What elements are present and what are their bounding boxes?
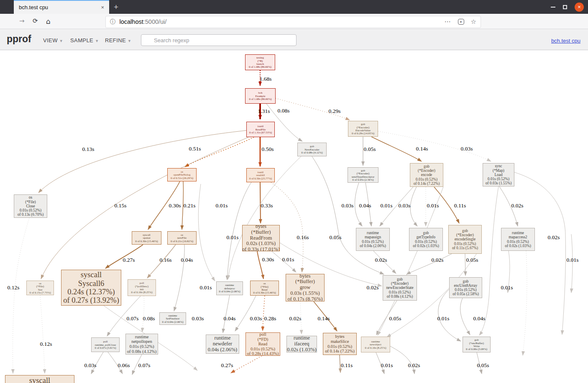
node-text-line: (*Map) — [493, 169, 504, 173]
node-text-line: gob — [423, 231, 429, 235]
node-text-line: of 0.14s (7.22%) — [414, 181, 440, 186]
node-os-file-close[interactable]: os(*File)Close0.01s (0.52%)of 0.13s (6.7… — [14, 194, 47, 218]
edge-label: 0.21s — [184, 202, 196, 209]
node-text-line: deferproc — [224, 287, 235, 290]
home-icon[interactable]: ⌂ — [46, 17, 51, 26]
node-os-file-read[interactable]: os(*File)Read0 of 0.30s (15.46%) — [250, 281, 279, 296]
bookmark-star-icon[interactable]: ☆ — [471, 18, 476, 26]
node-poll-polldesc-init[interactable]: poll(*pollDesc)init0 of 0.16s (8.25%) — [128, 279, 156, 296]
menu-view[interactable]: VIEW▼ — [43, 37, 63, 43]
menu-refine[interactable]: REFINE▼ — [105, 37, 131, 43]
node-text-line: of 0.14s (7.22%) — [325, 349, 355, 354]
new-tab-button[interactable]: + — [114, 2, 118, 13]
nav-toolbar: ← → ⟳ ⌂ ⓘ localhost :5000/ui/ ⋯ ▾ ☆ ☰ — [0, 14, 588, 29]
node-text-line: gob — [397, 277, 403, 281]
page-actions-icon[interactable]: ⋯ — [445, 18, 451, 26]
node-text-line: Read — [262, 288, 268, 291]
tab-close-icon[interactable]: × — [99, 4, 106, 10]
node-text-line: 0.01s (0.52%) — [454, 242, 476, 246]
node-os-newfile[interactable]: osnewFile0 of 0.21s (10.82%) — [167, 231, 197, 245]
site-info-icon[interactable]: ⓘ — [110, 18, 116, 26]
edge-label: 0.27s — [221, 362, 233, 369]
menu-sample[interactable]: SAMPLE▼ — [70, 37, 99, 43]
node-bytes-buffer-readfrom[interactable]: bytes(*Buffer)ReadFrom0.02s (1.03%)of 0.… — [242, 225, 280, 251]
edge-label: 0.11s — [454, 202, 466, 209]
edge-label: 0.07s — [127, 315, 139, 322]
edge-label: 0.01s — [216, 202, 228, 209]
edge-label: 0.11s — [341, 362, 353, 369]
node-text-line: poll — [103, 340, 108, 343]
node-gob-encodesingle[interactable]: gob(*Encoder)encodeSingle0.01s (0.52%)of… — [448, 225, 482, 254]
node-text-line: (*Buffer) — [251, 230, 271, 235]
node-gob-encuint8array[interactable]: gobencUint8Array0.01s (0.52%)of 0.05s (2… — [449, 277, 482, 298]
node-gob-encbuffer-write[interactable]: gob(*encBuffer)Write0 of 0.06s (3.09%) — [463, 337, 491, 352]
edge-label: 0.01s — [427, 202, 439, 209]
edge-label: 0.01s — [567, 257, 579, 263]
minimize-icon[interactable] — [551, 7, 555, 8]
edge-label: 0.12s — [8, 284, 20, 291]
node-text-line: 0 of 0.51s (26.29%) — [171, 176, 193, 179]
node-text-line: 0 of 0.16s (8.25%) — [131, 291, 153, 294]
search-input[interactable] — [141, 34, 297, 46]
node-syscall-syscall6[interactable]: syscallSyscall60.24s (12.37%)of 0.27s (1… — [61, 270, 121, 306]
node-testing-launch[interactable]: testing(*B)launch0 of 1.68s (86.60%) — [245, 54, 275, 70]
node-poll-runtime-pollclose[interactable]: pollruntime_pollClose0 of 0.07s (3.61%) — [91, 337, 120, 352]
node-text-line: of 0.02s (1.03%) — [413, 244, 439, 248]
node-text-line: (*Encoder) — [456, 233, 474, 237]
chevron-down-icon: ▼ — [128, 39, 131, 43]
profile-link[interactable]: bch.test cpu — [551, 38, 580, 44]
node-text-line: runtime — [168, 314, 177, 317]
maximize-icon[interactable] — [563, 5, 567, 9]
graph-edge — [410, 187, 417, 226]
node-text-line: (*File) — [261, 285, 268, 288]
edge-label: 0.29s — [329, 108, 341, 115]
node-ioutil-readfile[interactable]: ioutilReadFile0 of 1.31s (67.53%) — [246, 122, 275, 137]
node-poll-fd-read[interactable]: poll(*FD)Read0.01s (0.52%)of 0.28s (14.4… — [245, 332, 280, 356]
node-text-line: NewEncoder — [304, 148, 319, 151]
edge-label: 0.02s — [548, 234, 560, 241]
node-text-line: EncodeValue — [355, 129, 371, 132]
node-gob-encode[interactable]: gob(*Encoder)encode0.01s (0.52%)of 0.14s… — [410, 163, 443, 187]
node-os-file-stat[interactable]: os(*File)Stat0 of 0.15s (7.73%) — [26, 281, 54, 295]
node-runtime-setfinalizer[interactable]: runtimeSetFinalizer0 of 0.04s (2.06%) — [159, 312, 186, 325]
node-sync-map-load[interactable]: sync(*Map)Load0.01s (0.52%)of 0.03s (1.5… — [483, 163, 514, 186]
node-runtime-ifaceeq[interactable]: runtimeifaceeq0.02s (1.03%) — [286, 336, 317, 352]
node-ioutil-readall[interactable]: ioutilreadAll0 of 0.50s (25.77%) — [246, 168, 275, 182]
url-bar[interactable]: ⓘ localhost :5000/ui/ ⋯ ▾ ☆ — [105, 16, 481, 28]
browser-tab[interactable]: bch.test cpu × — [14, 0, 109, 14]
edge-label: 0.16s — [160, 257, 172, 263]
reload-icon[interactable]: ⟳ — [33, 17, 38, 25]
node-text-line: of 0.11s (5.67%) — [452, 246, 478, 250]
forward-icon[interactable]: → — [19, 17, 25, 25]
node-text-line: runtime — [367, 231, 379, 235]
node-runtime-netpollopen[interactable]: runtimenetpollopen0.01s (0.52%)of 0.08s … — [125, 334, 158, 355]
node-gob-gettypeinfo[interactable]: gobgetTypeInfo0.01s (0.52%)of 0.02s (1.0… — [409, 228, 443, 251]
edge-label: 0.12s — [40, 341, 52, 347]
node-gob-newencoderstate[interactable]: gob(*Encoder)newEncoderState0.01s (0.52%… — [383, 275, 417, 301]
edge-label: 0.07s — [138, 362, 151, 369]
node-syscall-partial[interactable]: syscall — [5, 375, 74, 383]
node-runtime-mapassign[interactable]: runtimemapassign0.01s (0.52%)of 0.04s (2… — [356, 228, 390, 251]
edge-label: 0.02s — [511, 202, 524, 209]
node-os-openfilenolog[interactable]: osopenFileNolog0 of 0.51s (26.29%) — [167, 168, 197, 181]
graph-edge — [571, 234, 573, 293]
node-bytes-makeslice[interactable]: bytesmakeSlice0.01s (0.52%)of 0.14s (7.2… — [323, 333, 357, 355]
node-runtime-mapaccess2[interactable]: runtimemapaccess20.01s (0.52%)of 0.02s (… — [501, 228, 535, 251]
node-bytes-buffer-grow[interactable]: bytes(*Buffer)grow0.03s (1.55%)of 0.17s … — [286, 274, 325, 301]
node-bch-example[interactable]: bchExample0 of 1.68s (86.60%) — [245, 88, 276, 104]
node-syscall-openat[interactable]: syscallopenat0 of 0.30s (15.46%) — [132, 231, 161, 245]
node-runtime-newobject[interactable]: runtimenewobject0 of 0.16s (8.25%) — [361, 337, 390, 352]
node-gob-encodevalue[interactable]: gob(*Encoder)EncodeValue0 of 0.29s (14.9… — [348, 121, 378, 137]
graph-edge — [479, 186, 499, 335]
pocket-icon[interactable]: ▾ — [458, 19, 464, 25]
edge-label: 0.02s — [375, 257, 387, 263]
node-text-line: of 0.17s (8.76%) — [287, 296, 322, 301]
node-runtime-newdefer[interactable]: runtimenewdefer0.04s (2.06%) — [206, 334, 239, 354]
node-runtime-deferproc[interactable]: runtimedeferproc0 of 0.04s (2.06%) — [216, 281, 243, 295]
node-text-line: Read — [258, 342, 268, 347]
node-gob-newencoder[interactable]: gobNewEncoder0 of 0.08s (4.12%) — [297, 143, 327, 156]
node-text-line: 0.01s (0.52%) — [455, 288, 476, 292]
node-text-line: (*Encoder) — [391, 281, 409, 286]
node-gob-sendtypedescriptor[interactable]: gob(*Encoder)sendTypeDescriptor0 of 0.05… — [348, 167, 378, 183]
window-close-icon[interactable]: × — [575, 3, 584, 12]
